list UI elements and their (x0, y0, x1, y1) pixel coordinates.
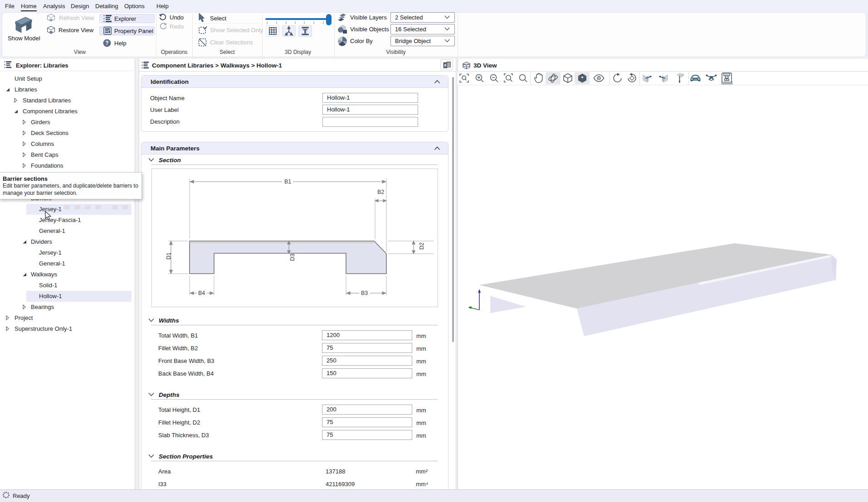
svg-text:D1: D1 (166, 252, 172, 260)
svg-text:D2: D2 (419, 242, 425, 250)
svg-text:B2: B2 (377, 189, 384, 195)
svg-text:B1: B1 (284, 179, 291, 185)
svg-text:X: X (444, 63, 447, 68)
svg-text:B3: B3 (361, 290, 368, 296)
svg-text:B4: B4 (198, 290, 205, 296)
svg-text:D3: D3 (289, 254, 296, 261)
svg-text:?: ? (105, 40, 108, 46)
